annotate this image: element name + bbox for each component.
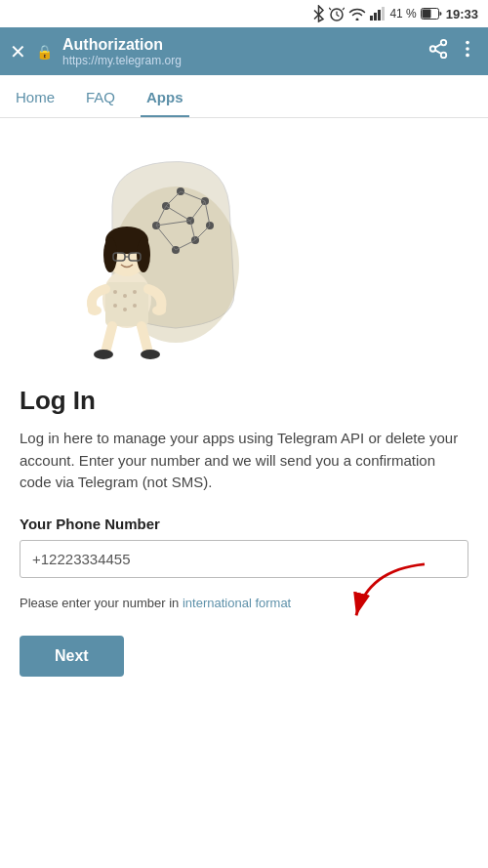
phone-input[interactable]	[20, 540, 468, 578]
svg-rect-6	[422, 10, 430, 19]
bluetooth-icon	[312, 5, 325, 22]
svg-rect-43	[105, 282, 148, 326]
lock-icon: 🔒	[36, 44, 53, 60]
svg-rect-2	[374, 13, 377, 21]
browser-header: ✕ 🔒 Authorization https://my.telegram.or…	[0, 27, 488, 75]
svg-point-50	[88, 306, 102, 315]
browser-title-area: Authorization https://my.telegram.org	[62, 35, 418, 67]
more-options-button[interactable]	[457, 38, 478, 64]
telegram-illustration	[39, 147, 244, 362]
login-title: Log In	[20, 386, 468, 416]
svg-point-45	[123, 294, 127, 298]
main-content: Log In Log in here to manage your apps u…	[0, 118, 488, 706]
phone-label: Your Phone Number	[20, 516, 468, 532]
svg-point-39	[137, 237, 150, 272]
svg-point-14	[466, 54, 469, 58]
battery-icon	[421, 8, 442, 20]
browser-title: Authorization	[62, 35, 418, 54]
svg-rect-4	[382, 7, 385, 21]
tab-apps[interactable]: Apps	[141, 75, 189, 117]
hint-text: Please enter your number in internationa…	[20, 594, 468, 613]
battery-text: 41 %	[389, 7, 416, 21]
time-display: 19:33	[446, 7, 478, 21]
svg-point-52	[94, 350, 113, 359]
svg-rect-3	[378, 10, 381, 21]
browser-close-button[interactable]: ✕	[10, 42, 26, 62]
svg-point-53	[141, 350, 160, 359]
login-description: Log in here to manage your apps using Te…	[20, 428, 468, 494]
svg-point-12	[466, 41, 469, 45]
svg-point-48	[123, 308, 127, 311]
browser-url: https://my.telegram.org	[62, 54, 418, 67]
tab-home[interactable]: Home	[10, 75, 61, 117]
nav-tabs: Home FAQ Apps	[0, 75, 488, 118]
svg-point-51	[152, 306, 166, 315]
international-format-link[interactable]: international format	[183, 596, 291, 610]
phone-row	[20, 540, 468, 578]
svg-point-13	[466, 47, 469, 51]
status-icons: 41 % 19:33	[312, 5, 478, 22]
svg-point-38	[103, 237, 117, 272]
svg-line-11	[435, 44, 441, 48]
browser-actions	[427, 38, 478, 64]
alarm-icon	[329, 6, 345, 21]
tab-faq[interactable]: FAQ	[80, 75, 121, 117]
svg-point-44	[113, 290, 117, 294]
svg-line-10	[435, 50, 441, 54]
signal-icon	[370, 7, 386, 21]
svg-point-46	[133, 290, 137, 294]
wifi-icon	[348, 7, 366, 21]
svg-point-47	[113, 304, 117, 308]
next-button[interactable]: Next	[20, 636, 124, 677]
svg-point-49	[133, 304, 137, 308]
status-bar: 41 % 19:33	[0, 0, 488, 27]
svg-rect-1	[370, 16, 373, 21]
share-button[interactable]	[427, 38, 449, 64]
illustration-wrapper	[39, 147, 468, 362]
